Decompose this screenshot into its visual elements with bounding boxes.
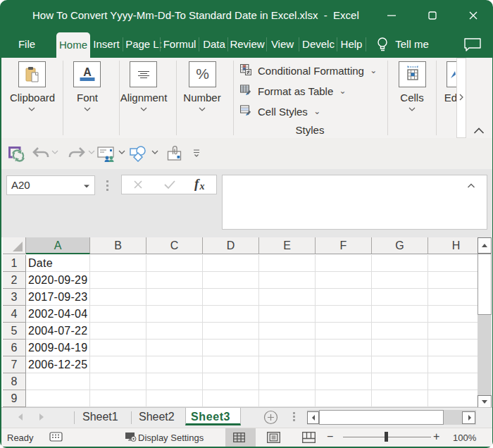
svg-text:x: x: [199, 181, 205, 192]
svg-text:A: A: [83, 66, 92, 78]
